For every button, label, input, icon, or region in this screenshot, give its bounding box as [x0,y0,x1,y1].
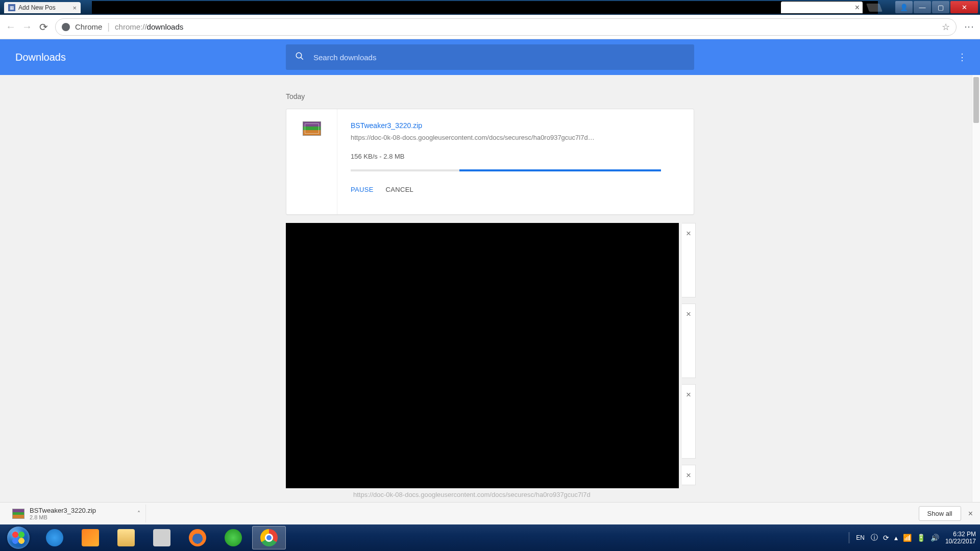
redacted-area [286,223,679,488]
app-icon [153,529,170,546]
window-close-button[interactable]: ✕ [950,1,978,13]
downloads-content: Today BSTweaker3_3220.zip https://doc-0k… [0,75,980,502]
folder-icon [117,529,135,546]
tray-language[interactable]: EN [856,534,865,541]
download-icon-column [286,109,337,214]
tray-time: 6:32 PM [945,531,976,538]
tray-divider [848,532,850,543]
url-scheme: Chrome [75,22,102,31]
window-titlebar: ▦ Add New Pos × × 👤 — ▢ ✕ [0,0,980,15]
tray-icons: ⓘ ⟳ ▴ 📶 🔋 🔊 [871,533,939,542]
shelf-item-name: BSTweaker3_3220.zip [30,507,96,514]
chevron-up-icon[interactable]: ▴ [894,534,898,542]
download-remove-button[interactable]: × [682,304,696,378]
windows-orb-icon [7,527,30,549]
show-all-button[interactable]: Show all [919,506,961,521]
windows-taskbar: EN ⓘ ⟳ ▴ 📶 🔋 🔊 6:32 PM 10/22/2017 [0,524,980,551]
address-bar[interactable]: Chrome | chrome://downloads ☆ [55,18,957,36]
taskbar-app-ie[interactable] [38,526,71,549]
site-info-icon[interactable] [62,23,70,31]
search-box[interactable] [286,44,694,70]
chrome-icon [260,529,278,546]
firefox-icon [189,529,206,546]
taskbar-app-explorer[interactable] [109,526,143,549]
ie-icon [46,529,63,546]
window-user-button[interactable]: 👤 [895,1,913,13]
tray-clock[interactable]: 6:32 PM 10/22/2017 [945,531,976,545]
pause-button[interactable]: PAUSE [351,186,374,193]
section-label: Today [286,92,305,101]
download-progress-fill [459,169,661,171]
svg-point-0 [296,53,302,58]
sync-icon[interactable]: ⟳ [883,534,889,542]
browser-toolbar: ← → ⟳ Chrome | chrome://downloads ☆ ⋮ [0,15,980,39]
url-separator: | [107,21,110,32]
tab-close-icon[interactable]: × [855,3,860,12]
download-status: 156 KB/s - 2.8 MB [351,153,680,160]
window-minimize-button[interactable]: — [914,1,931,13]
chevron-up-icon[interactable]: ˄ [137,510,140,517]
download-url: https://doc-0k-08-docs.googleusercontent… [351,134,680,141]
download-url: https://doc-0k-08-docs.googleusercontent… [353,491,591,498]
downloads-header: Downloads ⋮ [0,39,980,75]
cancel-button[interactable]: CANCEL [386,186,414,193]
search-icon [295,52,304,63]
window-maximize-button[interactable]: ▢ [932,1,949,13]
redacted-area [92,1,878,14]
mediaplayer-icon [82,529,99,546]
search-input[interactable] [313,53,685,62]
taskbar-app-game[interactable] [145,526,179,549]
download-filename[interactable]: BSTweaker3_3220.zip [351,121,680,130]
taskbar-app-firefox[interactable] [181,526,214,549]
tab-favicon: ▦ [8,4,15,11]
browser-tab[interactable]: ▦ Add New Pos × [4,2,81,13]
shelf-close-icon[interactable]: × [968,509,973,518]
volume-icon[interactable]: 🔊 [930,534,939,542]
battery-icon[interactable]: 🔋 [917,534,925,542]
browser-tab-active[interactable]: × [781,2,863,13]
new-tab-button[interactable] [866,4,883,12]
download-remove-button[interactable]: × [682,384,696,459]
start-button[interactable] [3,524,34,551]
svg-line-1 [301,57,303,60]
download-remove-button[interactable]: × [682,465,696,485]
system-tray: EN ⓘ ⟳ ▴ 📶 🔋 🔊 6:32 PM 10/22/2017 [848,531,976,545]
shelf-download-item[interactable]: BSTweaker3_3220.zip 2.8 MB ˄ [7,505,146,522]
shelf-item-size: 2.8 MB [30,514,96,520]
tab-title: Add New Pos [18,4,56,11]
tray-date: 10/22/2017 [945,538,976,545]
browser-menu-icon[interactable]: ⋮ [964,22,975,31]
url-prefix: chrome:// [115,22,147,31]
download-shelf: BSTweaker3_3220.zip 2.8 MB ˄ Show all × [0,502,980,524]
network-icon[interactable]: 📶 [903,534,912,542]
help-icon[interactable]: ⓘ [871,533,878,542]
tab-close-icon[interactable]: × [72,4,77,12]
file-archive-icon [303,121,321,136]
bookmark-star-icon[interactable]: ☆ [942,21,950,33]
download-remove-button[interactable]: × [682,223,696,297]
page-menu-icon[interactable]: ⋮ [958,52,967,63]
nav-reload-button[interactable]: ⟳ [38,21,49,33]
url-path: downloads [147,22,184,31]
browser-tab-strip: ▦ Add New Pos × [4,2,81,13]
file-archive-icon [12,509,24,519]
utorrent-icon [225,529,242,546]
taskbar-app-utorrent[interactable] [216,526,250,549]
taskbar-app-mediaplayer[interactable] [74,526,107,549]
scrollbar-thumb[interactable] [973,77,979,123]
download-progress-bar [351,169,661,171]
download-card: BSTweaker3_3220.zip https://doc-0k-08-do… [286,109,694,215]
nav-forward-button[interactable]: → [21,21,33,33]
scrollbar-track[interactable] [972,75,980,502]
window-controls: 👤 — ▢ ✕ [895,0,980,15]
page-title: Downloads [15,52,66,63]
taskbar-app-chrome[interactable] [252,526,286,549]
nav-back-button[interactable]: ← [5,21,16,33]
